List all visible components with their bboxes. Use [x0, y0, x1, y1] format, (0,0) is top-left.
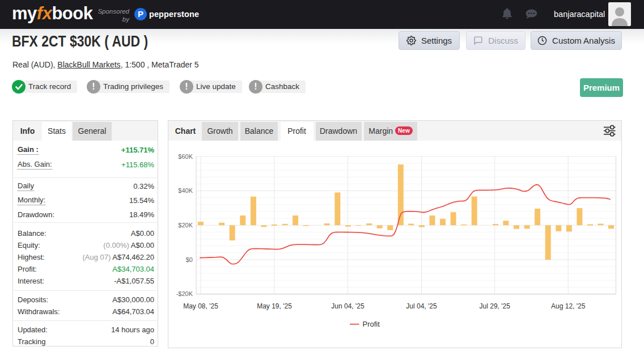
- svg-text:Jul 29, '25: Jul 29, '25: [480, 302, 511, 310]
- svg-text:Aug 12, '25: Aug 12, '25: [551, 302, 586, 310]
- svg-text:-$20K: -$20K: [176, 290, 193, 297]
- svg-text:$60K: $60K: [178, 153, 193, 160]
- svg-text:Profit: Profit: [363, 320, 380, 328]
- svg-text:Jun 04, '25: Jun 04, '25: [331, 302, 365, 310]
- svg-text:$20K: $20K: [178, 222, 193, 229]
- svg-text:$40K: $40K: [178, 187, 193, 194]
- svg-text:$0: $0: [186, 256, 193, 263]
- svg-text:May 08, '25: May 08, '25: [183, 302, 218, 310]
- svg-text:Jul 04, '25: Jul 04, '25: [406, 302, 437, 310]
- svg-text:May 19, '25: May 19, '25: [257, 302, 292, 310]
